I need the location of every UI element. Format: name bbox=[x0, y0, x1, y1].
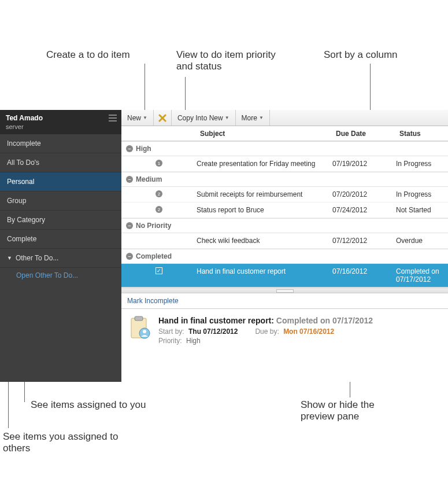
caret-icon: ▼ bbox=[225, 115, 229, 120]
sidebar-item-all[interactable]: All To Do's bbox=[0, 153, 121, 172]
preview-title: Hand in final customer report: Completed… bbox=[158, 316, 373, 325]
table-row[interactable]: 2 Status report to Bruce 07/24/2012 Not … bbox=[121, 203, 448, 218]
subject-cell: Create presentation for Friday meeting bbox=[197, 160, 332, 168]
checkmark-icon: ✓ bbox=[155, 267, 162, 274]
sidebar-item-category[interactable]: By Category bbox=[0, 211, 121, 230]
priority-cell: 1 bbox=[121, 160, 197, 167]
annotation-create: Create a to do item bbox=[46, 49, 130, 61]
status-cell: In Progress bbox=[396, 190, 448, 198]
start-by-label: Start by: bbox=[158, 327, 184, 336]
app-frame: Ted Amado server Incomplete All To Do's … bbox=[0, 110, 448, 382]
mark-incomplete-link[interactable]: Mark Incomplete bbox=[127, 297, 179, 305]
sidebar-item-other[interactable]: ▼ Other To Do... bbox=[0, 249, 121, 268]
preview-toolbar: Mark Incomplete bbox=[121, 293, 448, 309]
sidebar-item-complete[interactable]: Complete bbox=[0, 230, 121, 249]
sidebar-user: Ted Amado bbox=[6, 114, 116, 122]
sidebar-subitem-open-other[interactable]: Open Other To Do... bbox=[0, 268, 121, 283]
table-row[interactable]: 1 Create presentation for Friday meeting… bbox=[121, 156, 448, 172]
clipboard-user-icon bbox=[129, 316, 151, 340]
status-cell: Not Started bbox=[396, 206, 448, 214]
subject-cell: Status report to Bruce bbox=[197, 206, 332, 214]
svg-point-3 bbox=[143, 330, 146, 333]
group-label: Completed bbox=[136, 252, 172, 260]
group-header-medium[interactable]: – Medium bbox=[121, 172, 448, 187]
annotation-line bbox=[145, 64, 145, 113]
collapse-icon: – bbox=[126, 176, 133, 183]
more-button[interactable]: More ▼ bbox=[236, 110, 270, 126]
menu-icon[interactable] bbox=[109, 115, 117, 122]
status-cell: In Progress bbox=[396, 160, 448, 168]
priority-2-icon: 2 bbox=[155, 206, 162, 213]
group-label: High bbox=[136, 145, 151, 153]
preview-dates-row: Start by: Thu 07/12/2012 Due by: Mon 07/… bbox=[158, 327, 373, 336]
due-cell: 07/20/2012 bbox=[332, 190, 396, 198]
button-label: More bbox=[242, 114, 257, 122]
preview-text: Hand in final customer report: Completed… bbox=[158, 316, 373, 345]
preview-completed-text: Completed on 07/17/2012 bbox=[276, 316, 373, 325]
subject-cell: Check wiki feedback bbox=[197, 237, 332, 245]
sidebar-server-label: server bbox=[6, 123, 116, 130]
priority-1-icon: 1 bbox=[155, 160, 162, 167]
group-header-nopriority[interactable]: – No Priority bbox=[121, 218, 448, 233]
annotation-assigned-others: See items you assigned to others bbox=[3, 431, 130, 454]
table-row[interactable]: Check wiki feedback 07/12/2012 Overdue bbox=[121, 233, 448, 249]
chevron-down-icon: ▼ bbox=[7, 255, 12, 261]
sidebar-item-label: Other To Do... bbox=[16, 254, 58, 262]
status-cell: Completed on 07/17/2012 bbox=[396, 267, 448, 284]
col-status-header[interactable]: Status bbox=[396, 130, 448, 138]
start-by-value: Thu 07/12/2012 bbox=[188, 327, 238, 336]
group-header-completed[interactable]: – Completed bbox=[121, 249, 448, 264]
col-subject-header[interactable]: Subject bbox=[197, 130, 332, 138]
collapse-icon: – bbox=[126, 253, 133, 260]
svg-rect-1 bbox=[135, 316, 143, 321]
due-cell: 07/24/2012 bbox=[332, 206, 396, 214]
column-headers: Subject Due Date Status bbox=[121, 126, 448, 141]
due-by-label: Due by: bbox=[255, 327, 279, 336]
cancel-button[interactable] bbox=[154, 110, 172, 126]
priority-cell: 2 bbox=[121, 206, 197, 213]
preview-title-text: Hand in final customer report: bbox=[158, 316, 274, 325]
button-label: New bbox=[127, 114, 141, 122]
caret-icon: ▼ bbox=[259, 115, 264, 120]
subject-cell: Hand in final customer report bbox=[197, 267, 332, 275]
annotation-assigned-you: See items assigned to you bbox=[31, 399, 146, 411]
toolbar: New ▼ Copy Into New ▼ More ▼ bbox=[121, 110, 448, 126]
sidebar-header: Ted Amado server bbox=[0, 110, 121, 134]
group-header-high[interactable]: – High bbox=[121, 141, 448, 156]
sidebar-item-personal[interactable]: Personal bbox=[0, 172, 121, 192]
annotation-priority: View to do item priority and status bbox=[176, 49, 280, 72]
annotation-sort: Sort by a column bbox=[324, 49, 398, 61]
collapse-icon: – bbox=[126, 145, 133, 152]
col-due-header[interactable]: Due Date bbox=[332, 130, 396, 138]
table-row[interactable]: 2 Submit receipts for reimbursement 07/2… bbox=[121, 187, 448, 203]
new-button[interactable]: New ▼ bbox=[121, 110, 154, 126]
status-cell: Overdue bbox=[396, 237, 448, 245]
collapse-icon: – bbox=[126, 222, 133, 229]
table-row[interactable]: ✓ Hand in final customer report 07/16/20… bbox=[121, 264, 448, 288]
x-icon bbox=[158, 114, 166, 122]
group-label: No Priority bbox=[136, 222, 171, 230]
preview-pane-splitter[interactable] bbox=[121, 288, 448, 293]
due-cell: 07/16/2012 bbox=[332, 267, 396, 275]
sidebar: Ted Amado server Incomplete All To Do's … bbox=[0, 110, 121, 382]
copy-into-new-button[interactable]: Copy Into New ▼ bbox=[172, 110, 236, 126]
priority-cell: ✓ bbox=[121, 267, 197, 274]
preview-body: Hand in final customer report: Completed… bbox=[121, 309, 448, 352]
group-label: Medium bbox=[136, 175, 162, 183]
sidebar-item-group[interactable]: Group bbox=[0, 192, 121, 211]
button-label: Copy Into New bbox=[177, 114, 223, 122]
subject-cell: Submit receipts for reimbursement bbox=[197, 190, 332, 198]
splitter-handle-icon bbox=[276, 289, 294, 293]
priority-2-icon: 2 bbox=[155, 190, 162, 197]
due-cell: 07/12/2012 bbox=[332, 237, 396, 245]
priority-cell: 2 bbox=[121, 190, 197, 197]
priority-label: Priority: bbox=[158, 337, 182, 345]
preview-priority-row: Priority: High bbox=[158, 337, 373, 345]
caret-icon: ▼ bbox=[143, 115, 147, 120]
due-cell: 07/19/2012 bbox=[332, 160, 396, 168]
priority-value: High bbox=[186, 337, 201, 345]
main-panel: New ▼ Copy Into New ▼ More ▼ Subject Due… bbox=[121, 110, 448, 382]
due-by-value: Mon 07/16/2012 bbox=[283, 327, 334, 336]
sidebar-item-incomplete[interactable]: Incomplete bbox=[0, 134, 121, 153]
annotation-preview-toggle: Show or hide the preview pane bbox=[301, 399, 410, 422]
